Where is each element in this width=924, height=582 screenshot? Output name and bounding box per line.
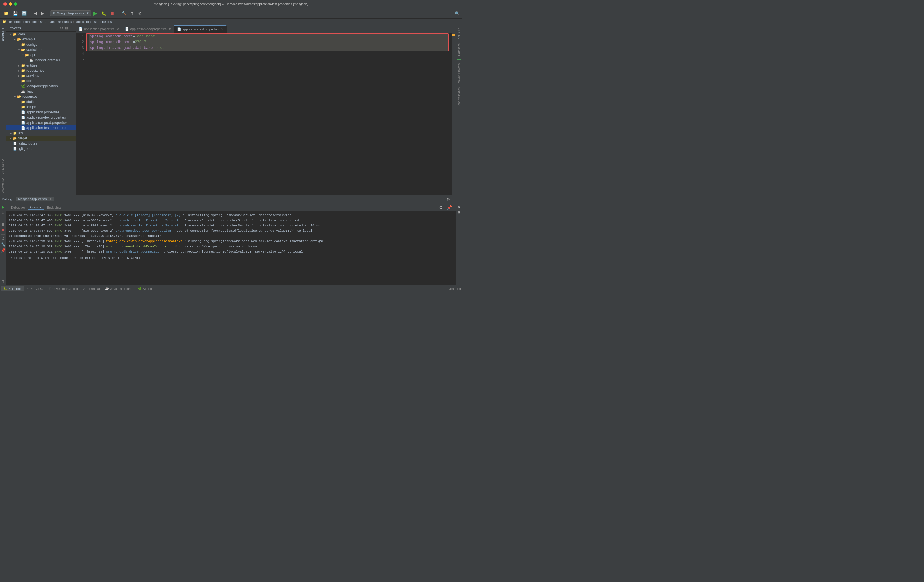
settings-btn[interactable]: ⚙ <box>137 10 143 16</box>
step-over-btn[interactable]: ⬇ <box>1 210 5 215</box>
tree-item-target[interactable]: ▸ 📂 target <box>7 136 76 141</box>
tree-item-mongoapp[interactable]: ▸ 🌿 MongodbApplication <box>7 84 76 89</box>
footer-vcs-tab[interactable]: ◱ 9: Version Control <box>46 286 80 291</box>
log-thread-2: 3498 --- <box>64 219 81 222</box>
debug-button[interactable]: 🐛 <box>100 10 107 16</box>
tab-close-dev[interactable]: ✕ <box>169 28 171 31</box>
tree-item-templates[interactable]: ▸ 📁 templates <box>7 104 76 110</box>
arrow-controllers: ▾ <box>17 48 21 51</box>
tree-item-mongocontroller[interactable]: ▸ ☕ MongoController <box>7 58 76 63</box>
bottom-right-settings[interactable]: ⚙ <box>456 204 462 209</box>
ant-build-tab[interactable]: Ant Build <box>457 26 461 41</box>
tree-item-com[interactable]: ▾ 📂 com <box>7 31 76 37</box>
bottom-run-close[interactable]: ✕ <box>50 197 52 201</box>
tree-item-app-dev-props[interactable]: ▸ 📄 application-dev.properties <box>7 115 76 120</box>
tree-item-test[interactable]: ▸ ☕ Test <box>7 89 76 94</box>
footer-enterprise-tab[interactable]: ☕ Java Enterprise <box>103 286 135 291</box>
collapse-icon[interactable]: — <box>70 26 73 30</box>
project-tab[interactable]: 1: Project <box>1 26 5 43</box>
bean-validation-tab[interactable]: Bean Validation <box>457 86 461 109</box>
rerun-btn[interactable]: ↺ <box>1 236 5 241</box>
sync-btn[interactable]: 🔄 <box>20 10 28 16</box>
code-line-3: spring.data.mongodb.database=test <box>89 45 449 51</box>
git-btn[interactable]: ⬆ <box>129 10 135 16</box>
tab-app-properties[interactable]: 📄 application.properties ✕ <box>76 25 122 33</box>
tree-item-repositories[interactable]: ▸ 📁 repositories <box>7 68 76 73</box>
step-into-btn[interactable]: ↓ <box>2 216 4 221</box>
tree-item-app-test-props[interactable]: ▸ 📄 application-test.properties <box>7 125 76 130</box>
console-tab[interactable]: Console <box>28 205 44 210</box>
tree-item-api[interactable]: ▾ 📂 api <box>7 52 76 58</box>
tree-item-test-folder[interactable]: ▸ 📁 test <box>7 130 76 136</box>
settings2-btn[interactable]: 🔧 <box>1 242 6 247</box>
structure-tab[interactable]: 2: Structure <box>1 157 5 176</box>
maven-tab[interactable]: Maven Projects <box>457 62 461 85</box>
breadcrumb-main[interactable]: main <box>48 20 54 23</box>
footer-debug-tab[interactable]: 🐛 5: Debug <box>1 286 24 291</box>
stop-debug-btn[interactable]: ⏹ <box>1 228 5 232</box>
bottom-run-config[interactable]: MongodbApplication ✕ <box>16 197 54 201</box>
open-folder-btn[interactable]: 📁 <box>2 10 10 16</box>
tree-item-gitignore[interactable]: ▸ 📄 .gitignore <box>7 146 76 151</box>
tree-item-static[interactable]: ▸ 📁 static <box>7 99 76 104</box>
tree-item-services[interactable]: ▸ 📁 services <box>7 73 76 78</box>
footer-spring-tab[interactable]: 🌿 Spring <box>135 286 154 291</box>
breadcrumb-src[interactable]: src <box>40 20 45 23</box>
footer-terminal-tab[interactable]: >_ Terminal <box>81 286 102 291</box>
event-log-label[interactable]: Event Log <box>446 287 461 290</box>
tree-item-configs[interactable]: ▸ 📁 configs <box>7 42 76 47</box>
debugger-tab[interactable]: Debugger <box>9 205 27 210</box>
expand-icon[interactable]: ⊞ <box>65 26 68 30</box>
save-btn[interactable]: 💾 <box>11 10 19 16</box>
vcs-icon: ◱ <box>48 287 51 290</box>
tree-item-gitattributes[interactable]: ▸ 📄 .gitattributes <box>7 141 76 146</box>
debug-label: Debug: <box>2 198 13 201</box>
bottom-settings-btn[interactable]: ⚙ <box>445 196 452 202</box>
database-tab[interactable]: Database <box>457 42 461 58</box>
gear-icon[interactable]: ⚙ <box>60 26 63 30</box>
breadcrumb-root[interactable]: springboot-mongodb <box>8 20 37 23</box>
bottom-right-layout[interactable]: ⊞ <box>456 210 462 215</box>
minimize-button[interactable] <box>9 2 12 6</box>
tab-close-test[interactable]: ✕ <box>221 28 223 31</box>
tree-item-utils[interactable]: ▸ 📁 utils <box>7 78 76 84</box>
label-configs: configs <box>26 43 37 46</box>
log-class-3: o.s.web.servlet.DispatcherServlet <box>116 224 179 228</box>
console-pin-btn[interactable]: 📌 <box>446 204 453 210</box>
search-icon-btn[interactable]: 🔍 <box>455 11 460 16</box>
expand-bottom-btn[interactable]: ⬆ <box>2 279 5 284</box>
resume-btn[interactable]: ▶ <box>2 204 5 209</box>
maximize-button[interactable] <box>14 2 17 6</box>
editor-scrollbar[interactable] <box>452 33 455 195</box>
stop-button[interactable]: ⏹ <box>109 10 116 16</box>
endpoints-tab[interactable]: Endpoints <box>45 205 64 210</box>
run-config-selector[interactable]: ⚙ MongodbApplication ▾ <box>50 10 91 16</box>
bottom-close-btn[interactable]: — <box>453 196 460 202</box>
tree-item-app-props[interactable]: ▸ 📄 application.properties <box>7 110 76 115</box>
favorites-tab[interactable]: 2: Favorites <box>1 176 5 195</box>
back-btn[interactable]: ◀ <box>32 10 38 16</box>
footer-todo-tab[interactable]: ✓ 6: TODO <box>25 286 46 291</box>
close-button[interactable] <box>3 2 7 6</box>
breadcrumb-resources[interactable]: resources <box>58 20 72 23</box>
tab-label-test: application-test.properties <box>183 28 219 31</box>
tree-item-resources[interactable]: ▾ 📂 resources <box>7 94 76 99</box>
label-entities: entities <box>26 63 37 68</box>
tree-item-example[interactable]: ▾ 📂 example <box>7 37 76 42</box>
tree-item-controllers[interactable]: ▾ 📂 controllers <box>7 47 76 52</box>
console-settings-btn[interactable]: ⚙ <box>438 204 444 210</box>
breadcrumb-item-0[interactable]: 📁 <box>2 20 7 23</box>
tree-item-app-prod-props[interactable]: ▸ 📄 application-prod.properties <box>7 120 76 125</box>
code-editor[interactable]: spring.mongodb.host=localhost spring.mon… <box>86 33 452 195</box>
tree-item-entities[interactable]: ▸ 📁 entities <box>7 63 76 68</box>
pause-btn[interactable]: ⏸ <box>1 222 5 227</box>
breadcrumb-file[interactable]: application-test.properties <box>75 20 112 23</box>
tab-close-app[interactable]: ✕ <box>117 28 119 31</box>
java-icon-mongocontroller: ☕ <box>29 58 33 63</box>
pin-btn[interactable]: 📌 <box>1 248 6 253</box>
tab-app-test-properties[interactable]: 📄 application-test.properties ✕ <box>174 25 226 33</box>
forward-btn[interactable]: ▶ <box>40 10 46 16</box>
tab-app-dev-properties[interactable]: 📄 application-dev.properties ✕ <box>122 25 174 33</box>
run-button[interactable]: ▶ <box>92 10 99 16</box>
build-btn[interactable]: 🔨 <box>120 10 128 16</box>
